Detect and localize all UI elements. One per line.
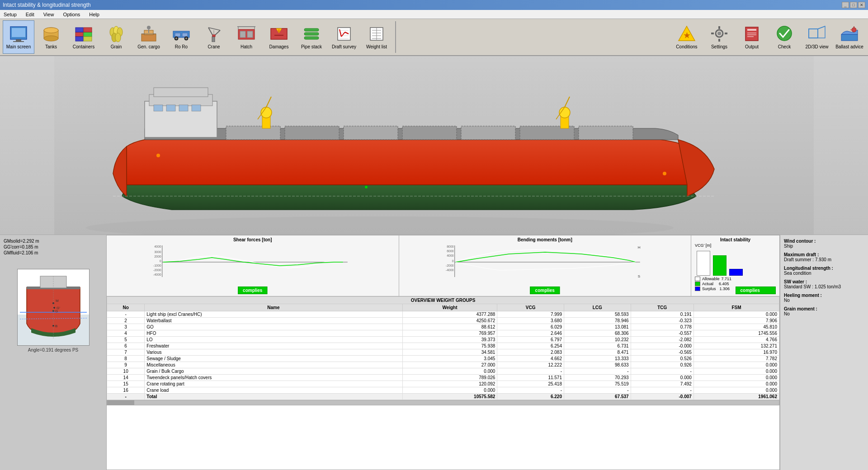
toolbar-btn-ro-ro[interactable]: Ro Ro bbox=[165, 20, 197, 54]
toolbar-btn-tanks[interactable]: Tanks bbox=[35, 20, 67, 54]
col-lcg: LCG bbox=[564, 304, 631, 311]
svg-text:G: G bbox=[55, 309, 58, 313]
max-draft-section: Maximum draft : Draft summer : 7.930 m bbox=[784, 252, 864, 262]
sw-water-section: SW water : Standard SW : 1.025 ton/m3 bbox=[784, 279, 864, 289]
pipe-stack-icon bbox=[302, 25, 321, 42]
svg-point-22 bbox=[147, 26, 151, 29]
bending-moments-panel: Bending moments [tonm] H S 8000 bbox=[399, 235, 692, 296]
svg-point-6 bbox=[44, 36, 58, 41]
charts-top: Shear forces [ton] 4000 3000 2000 0 -100… bbox=[107, 235, 779, 296]
gen-cargo-icon bbox=[140, 25, 158, 42]
wind-contour-label: Wind contour : bbox=[784, 239, 864, 244]
2d3d-icon bbox=[808, 25, 826, 42]
svg-point-110 bbox=[663, 172, 666, 175]
svg-rect-9 bbox=[75, 37, 83, 41]
svg-rect-48 bbox=[304, 33, 319, 35]
heeling-section: Heeling moment : No bbox=[784, 293, 864, 303]
bending-moments-chart: H S 8000 6000 4000 0 -2000 -4000 bbox=[401, 243, 689, 282]
toolbar-btn-hatch[interactable]: Hatch bbox=[231, 20, 262, 54]
svg-rect-13 bbox=[84, 28, 92, 32]
svg-rect-91 bbox=[166, 105, 175, 111]
col-name: Name bbox=[145, 304, 402, 311]
grain-label: Grain bbox=[111, 44, 122, 49]
svg-rect-2 bbox=[16, 39, 21, 41]
app-title: Intact stability & longitudinal strength bbox=[3, 2, 91, 8]
svg-rect-25 bbox=[175, 33, 180, 37]
menu-help[interactable]: Help bbox=[87, 11, 101, 18]
table-row: 15Crane rotating part120.09225.41875.519… bbox=[107, 381, 779, 387]
svg-text:6000: 6000 bbox=[447, 249, 454, 253]
table-row: -Total10575.5826.22067.537-0.0071961.062 bbox=[107, 394, 779, 400]
vcg-label: VCG' [m] bbox=[695, 243, 711, 248]
charts-area: Shear forces [ton] 4000 3000 2000 0 -100… bbox=[106, 235, 780, 470]
toolbar-btn-grain[interactable]: Grain bbox=[100, 20, 132, 54]
long-strength-value: Sea condition bbox=[784, 271, 864, 276]
svg-point-111 bbox=[365, 186, 368, 188]
svg-rect-81 bbox=[841, 34, 858, 41]
svg-rect-69 bbox=[718, 39, 720, 42]
toolbar-btn-damages[interactable]: ! Damages bbox=[263, 20, 295, 54]
ballast-label: Ballast advice bbox=[835, 44, 863, 49]
table-row: 2Waterballast4250.6723.68078.946-0.3237.… bbox=[107, 318, 779, 324]
table-row: 4HFO769.9572.64668.306-0.5571745.556 bbox=[107, 330, 779, 337]
weight-table[interactable]: OVERVIEW WEIGHT GROUPS No Name Weight VC… bbox=[107, 296, 779, 470]
toolbar-btn-crane[interactable]: Crane bbox=[198, 20, 230, 54]
toolbar-btn-containers[interactable]: Containers bbox=[68, 20, 99, 54]
svg-text:2000: 2000 bbox=[154, 255, 161, 258]
toolbar-btn-ballast[interactable]: Ballast advice bbox=[834, 20, 865, 54]
horizontal-scrollbar[interactable] bbox=[107, 400, 779, 405]
long-strength-label: Longitudinal strength : bbox=[784, 266, 864, 271]
grain-icon bbox=[107, 25, 125, 42]
ship-3d-view bbox=[0, 56, 868, 235]
svg-rect-89 bbox=[154, 88, 208, 97]
damages-label: Damages bbox=[269, 44, 289, 49]
main-screen-icon bbox=[9, 25, 28, 42]
menu-edit[interactable]: Edit bbox=[24, 11, 36, 18]
containers-label: Containers bbox=[73, 44, 94, 49]
toolbar-btn-pipe-stack[interactable]: Pipe stack bbox=[296, 20, 327, 54]
crane-label: Crane bbox=[208, 44, 220, 49]
svg-rect-93 bbox=[192, 105, 201, 111]
conditions-label: Conditions bbox=[676, 44, 697, 49]
svg-rect-94 bbox=[226, 126, 280, 140]
col-fsm: FSM bbox=[693, 304, 779, 311]
toolbar-btn-check[interactable]: Check bbox=[769, 20, 800, 54]
stability-title: Intact stability bbox=[693, 237, 778, 242]
allowable-label: Allowable bbox=[702, 277, 720, 281]
minimize-button[interactable]: _ bbox=[842, 2, 849, 8]
svg-rect-95 bbox=[285, 126, 339, 140]
ship-view: GMsolid=2.292 m GG'corr=0.185 m GMfluid=… bbox=[0, 56, 868, 470]
svg-rect-1 bbox=[12, 28, 25, 37]
toolbar-btn-gen-cargo[interactable]: Gen. cargo bbox=[133, 20, 165, 54]
svg-text:S: S bbox=[637, 274, 640, 278]
shear-complies-btn[interactable]: complies bbox=[238, 287, 267, 294]
bending-complies-btn[interactable]: complies bbox=[530, 287, 560, 294]
long-strength-section: Longitudinal strength : Sea condition bbox=[784, 266, 864, 276]
toolbar-btn-output[interactable]: Output bbox=[736, 20, 768, 54]
toolbar-btn-settings[interactable]: Settings bbox=[703, 20, 735, 54]
svg-rect-71 bbox=[725, 33, 727, 34]
close-button[interactable]: ✕ bbox=[858, 2, 865, 8]
maximize-button[interactable]: □ bbox=[850, 2, 857, 8]
pipe-stack-label: Pipe stack bbox=[301, 44, 322, 49]
toolbar-btn-conditions[interactable]: ★ Conditions bbox=[671, 20, 703, 54]
heeling-label: Heeling moment : bbox=[784, 293, 864, 298]
menu-setup[interactable]: Setup bbox=[2, 11, 19, 18]
grain-label: Grain moment : bbox=[784, 306, 864, 311]
bending-moments-title: Bending moments [tonm] bbox=[401, 237, 689, 242]
stability-complies-btn[interactable]: complies bbox=[736, 287, 776, 294]
draft-survey-icon bbox=[335, 25, 353, 42]
col-no: No bbox=[107, 304, 145, 311]
toolbar-btn-main-screen[interactable]: Main screen bbox=[3, 20, 34, 54]
ro-ro-icon bbox=[172, 25, 190, 42]
table-body: -Light ship (excl Cranes/HC)4377.2887.99… bbox=[107, 311, 779, 400]
svg-text:-2000: -2000 bbox=[153, 268, 161, 272]
toolbar-btn-weight-list[interactable]: Weight list bbox=[361, 20, 392, 54]
toolbar-btn-2d3d[interactable]: 2D/3D view bbox=[801, 20, 833, 54]
svg-rect-49 bbox=[304, 37, 319, 39]
menu-view[interactable]: View bbox=[42, 11, 56, 18]
menu-options[interactable]: Options bbox=[61, 11, 82, 18]
window-controls[interactable]: _ □ ✕ bbox=[842, 2, 865, 8]
output-label: Output bbox=[745, 44, 759, 49]
toolbar-btn-draft-survey[interactable]: Draft survey bbox=[328, 20, 360, 54]
